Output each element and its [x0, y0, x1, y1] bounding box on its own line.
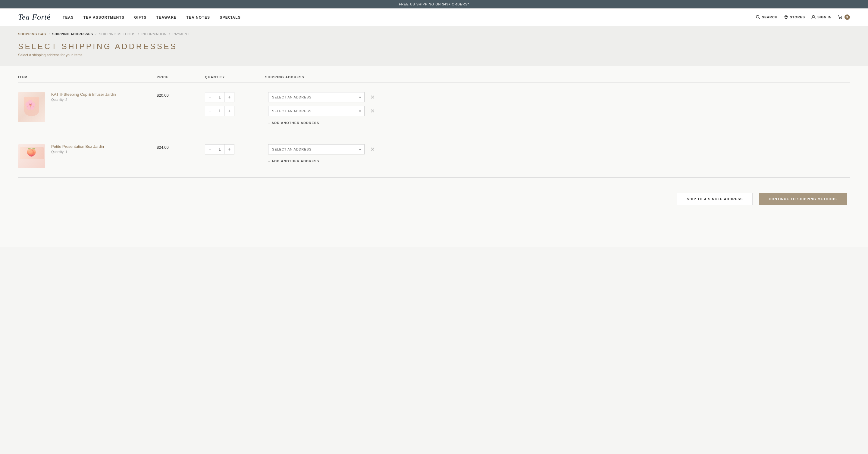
item-cell-1: KATI® Steeping Cup & Infuser Jardin Quan… [18, 92, 157, 122]
remove-address-1b[interactable]: ✕ [368, 107, 377, 115]
qty-stepper-1b: − 1 + [205, 106, 235, 116]
qty-value-1b: 1 [215, 106, 224, 116]
nav-tea-assortments[interactable]: TEA ASSORTMENTS [84, 15, 124, 20]
item-cell-2: Petite Presentation Box Jardin Quantity:… [18, 144, 157, 168]
breadcrumb-payment: PAYMENT [173, 32, 189, 36]
qty-col-2: − 1 + [205, 144, 265, 155]
nav-teaware[interactable]: TEAWARE [156, 15, 177, 20]
remove-address-1a[interactable]: ✕ [368, 93, 377, 101]
nav-specials[interactable]: SPECIALS [220, 15, 241, 20]
item-qty-text-1: Quantity: 2 [51, 98, 116, 101]
location-icon [784, 15, 788, 20]
cart-count: 3 [844, 14, 850, 20]
item-name-1: KATI® Steeping Cup & Infuser Jardin [51, 92, 116, 97]
header-left: Tea Forté TEAS TEA ASSORTMENTS GIFTS TEA… [18, 13, 241, 22]
qty-decrease-1b[interactable]: − [205, 106, 215, 116]
breadcrumb-shipping-addresses: SHIPPING ADDRESSES [52, 32, 93, 36]
nav-gifts[interactable]: GIFTS [134, 15, 147, 20]
svg-point-5 [841, 19, 841, 19]
breadcrumb-shopping-bag[interactable]: SHOPPING BAG [18, 32, 46, 36]
svg-point-0 [756, 15, 759, 18]
col-header-item: ITEM [18, 75, 157, 79]
item-qty-text-2: Quantity: 1 [51, 150, 104, 154]
ship-to-single-address-button[interactable]: SHIP TO A SINGLE ADDRESS [677, 193, 753, 205]
cart-button[interactable]: 3 [838, 14, 850, 20]
qty-increase-1a[interactable]: + [224, 92, 234, 102]
svg-point-3 [812, 15, 814, 17]
table-row: Petite Presentation Box Jardin Quantity:… [18, 135, 850, 177]
qty-stepper-2a: − 1 + [205, 144, 235, 155]
cart-icon [838, 15, 842, 20]
header-right: SEARCH STORES SIGN IN 3 [755, 14, 850, 20]
addr-row-1b: SELECT AN ADDRESS Add a new address ▼ ✕ [268, 106, 850, 116]
search-icon [755, 15, 761, 20]
page-title-area: SELECT SHIPPING ADDRESSES Select a shipp… [0, 36, 868, 66]
add-another-address-2[interactable]: + ADD ANOTHER ADDRESS [268, 158, 850, 164]
site-logo[interactable]: Tea Forté [18, 13, 51, 22]
add-another-address-1[interactable]: + ADD ANOTHER ADDRESS [268, 120, 850, 126]
qty-col-1: − 1 + − 1 + [205, 92, 265, 116]
item-price-1: $20.00 [157, 92, 205, 98]
page-subtitle: Select a shipping address for your items… [18, 53, 850, 57]
addr-select-wrap-1a: SELECT AN ADDRESS Add a new address ▼ [268, 92, 365, 102]
qty-decrease-1a[interactable]: − [205, 92, 215, 102]
promo-text: FREE US SHIPPING ON $49+ ORDERS* [399, 2, 469, 6]
qty-row-1a: − 1 + [205, 92, 265, 102]
qty-value-1a: 1 [215, 92, 224, 102]
sign-in-button[interactable]: SIGN IN [811, 15, 832, 20]
stores-label: STORES [790, 15, 805, 19]
breadcrumb-information: INFORMATION [141, 32, 166, 36]
qty-row-1b: − 1 + [205, 106, 265, 116]
qty-stepper-1a: − 1 + [205, 92, 235, 102]
breadcrumb-shipping-methods: SHIPPING METHODS [99, 32, 135, 36]
addr-select-2a[interactable]: SELECT AN ADDRESS Add a new address [268, 144, 365, 155]
item-info-1: KATI® Steeping Cup & Infuser Jardin Quan… [51, 92, 116, 101]
addr-row-1a: SELECT AN ADDRESS Add a new address ▼ ✕ [268, 92, 850, 102]
addr-select-wrap-1b: SELECT AN ADDRESS Add a new address ▼ [268, 106, 365, 116]
product-image-1 [18, 92, 45, 122]
shipping-col-2: SELECT AN ADDRESS Add a new address ▼ ✕ … [265, 144, 850, 164]
search-label: SEARCH [762, 15, 778, 19]
user-icon [811, 15, 816, 20]
svg-point-2 [785, 16, 786, 17]
shipping-col-1: SELECT AN ADDRESS Add a new address ▼ ✕ … [265, 92, 850, 126]
nav-teas[interactable]: TEAS [63, 15, 74, 20]
main-nav: TEAS TEA ASSORTMENTS GIFTS TEAWARE TEA N… [51, 14, 241, 20]
breadcrumb-area: SHOPPING BAG / SHIPPING ADDRESSES / SHIP… [0, 26, 868, 36]
addr-row-2a: SELECT AN ADDRESS Add a new address ▼ ✕ [268, 144, 850, 155]
site-header: Tea Forté TEAS TEA ASSORTMENTS GIFTS TEA… [0, 8, 868, 26]
stores-button[interactable]: STORES [784, 15, 805, 20]
item-name-2: Petite Presentation Box Jardin [51, 144, 104, 149]
search-button[interactable]: SEARCH [755, 15, 778, 20]
addr-select-wrap-2a: SELECT AN ADDRESS Add a new address ▼ [268, 144, 365, 155]
qty-increase-2a[interactable]: + [224, 144, 234, 155]
bottom-actions: SHIP TO A SINGLE ADDRESS CONTINUE TO SHI… [18, 193, 850, 205]
item-price-2: $24.00 [157, 144, 205, 150]
col-header-quantity: QUANTITY [205, 75, 265, 79]
product-image-2 [18, 144, 45, 168]
sign-in-label: SIGN IN [817, 15, 832, 19]
promo-banner: FREE US SHIPPING ON $49+ ORDERS* [0, 0, 868, 8]
svg-point-4 [839, 19, 840, 19]
col-header-shipping: SHIPPING ADDRESS [265, 75, 850, 79]
remove-address-2a[interactable]: ✕ [368, 145, 377, 154]
table-header: ITEM PRICE QUANTITY SHIPPING ADDRESS [18, 75, 850, 83]
breadcrumb: SHOPPING BAG / SHIPPING ADDRESSES / SHIP… [18, 32, 850, 36]
addr-select-1b[interactable]: SELECT AN ADDRESS Add a new address [268, 106, 365, 116]
col-header-price: PRICE [157, 75, 205, 79]
qty-value-2a: 1 [215, 144, 224, 155]
nav-tea-notes[interactable]: TEA NOTES [186, 15, 210, 20]
page-title: SELECT SHIPPING ADDRESSES [18, 42, 850, 51]
svg-line-1 [758, 18, 760, 19]
qty-increase-1b[interactable]: + [224, 106, 234, 116]
qty-row-2a: − 1 + [205, 144, 265, 155]
main-content: ITEM PRICE QUANTITY SHIPPING ADDRESS KAT… [0, 66, 868, 247]
addr-select-1a[interactable]: SELECT AN ADDRESS Add a new address [268, 92, 365, 102]
continue-to-shipping-methods-button[interactable]: CONTINUE TO SHIPPING METHODS [759, 193, 847, 205]
item-info-2: Petite Presentation Box Jardin Quantity:… [51, 144, 104, 154]
table-row: KATI® Steeping Cup & Infuser Jardin Quan… [18, 83, 850, 135]
qty-decrease-2a[interactable]: − [205, 144, 215, 155]
